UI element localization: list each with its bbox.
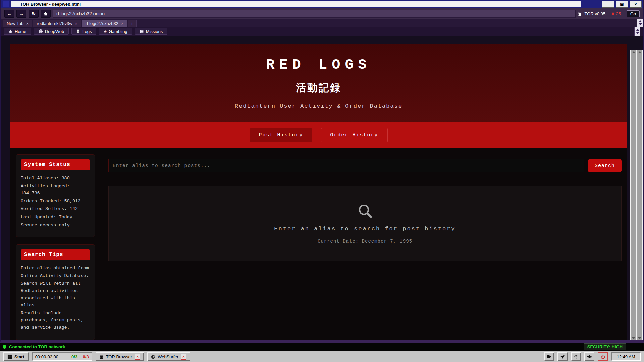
bookmark-gambling[interactable]: ♣ Gambling [99,28,132,35]
system-status-title: System Status [21,159,90,170]
divider [624,11,624,17]
wifi-tray-button[interactable] [571,352,581,361]
address-bar: ← → ↻ rl-logs27cxhzb32.onion TOR v0.95 2… [1,8,643,19]
power-tray-button[interactable] [598,352,608,361]
connection-status-text: Connected to TOR network [9,344,65,349]
window-icon [3,1,9,7]
stat-verified-sellers: Verified Sellers: 142 [21,205,90,213]
search-tips-panel: Search Tips Enter alias obtained from On… [16,244,95,340]
empty-state-message: Enter an alias to search for post histor… [274,226,455,232]
bookmark-logs[interactable]: Logs [71,28,96,35]
status-bar: Connected to TOR network SECURITY: HIGH [0,343,644,351]
document-icon [76,29,80,34]
tab-label: redlanternkf75v3w [37,21,72,26]
camera-tray-button[interactable] [544,352,554,361]
taskbar-app-websurfer[interactable]: WebSurfer × [147,352,190,361]
minimize-button[interactable]: _ [602,1,614,8]
bookmarks-bar: Home DeepWeb Logs ♣ Gambling Missions [1,27,643,36]
current-date: Current Date: December 7, 1995 [318,239,412,244]
history-nav: Post History Order History [10,122,627,148]
tor-version-badge: TOR v0.95 [585,11,606,16]
timer-range: 00:00-02:00 [35,354,58,359]
title-bar: TOR Browser - deepweb.html _ ▣ × [1,0,643,8]
bookmark-label: Missions [146,29,163,34]
tab-order-history[interactable]: Order History [321,128,388,142]
home-button[interactable] [41,10,51,18]
close-app-icon[interactable]: × [181,354,186,360]
new-tab-button[interactable]: + [128,20,137,27]
bookmark-deepweb[interactable]: DeepWeb [34,28,69,35]
navigation-tray-button[interactable] [557,352,568,361]
task-label: TOR Browser [106,354,132,359]
club-suit-icon: ♣ [104,29,107,34]
maximize-button[interactable]: ▣ [616,1,628,8]
page-title-japanese: 活動記録 [10,81,627,95]
blood-count: 25 [616,11,621,16]
connection-status-icon [3,345,6,349]
divider [608,11,608,17]
page-header: RED LOGS 活動記録 RedLantern User Activity &… [10,44,627,122]
volume-tray-button[interactable] [584,352,594,361]
bookmark-label: Logs [82,29,92,34]
page-title: RED LOGS [10,57,627,73]
search-tip: Enter alias obtained from Online Activit… [21,265,90,279]
forward-button[interactable]: → [16,10,26,18]
alias-search-input[interactable] [108,159,584,172]
start-button[interactable]: Start [3,352,29,361]
scroll-up-icon [632,51,635,53]
page-scrollbar[interactable] [631,50,636,340]
search-button[interactable]: Search [588,159,622,172]
checklist-icon [140,29,144,34]
scroll-up-icon [636,29,639,31]
tab-label: New Tab [7,21,23,26]
bookmark-missions[interactable]: Missions [135,28,168,35]
browser-scrollbar[interactable] [637,50,642,340]
session-timer: 00:00-02:00 0/3 | 0/3 [32,352,92,361]
tab-redlantern[interactable]: redlanternkf75v3w × [33,20,81,27]
scroll-down-icon [632,337,635,339]
cursor-arrow-icon [560,354,565,359]
refresh-button[interactable]: ↻ [29,10,39,18]
task-label: WebSurfer [158,354,178,359]
windows-logo-icon [7,354,12,359]
bookmark-home[interactable]: Home [4,28,31,35]
stat-orders-tracked: Orders Tracked: 58,912 [21,198,90,205]
tab-scroll-spinner[interactable] [637,19,643,27]
camera-icon [546,354,552,359]
tab-post-history[interactable]: Post History [250,128,312,142]
start-label: Start [14,354,24,359]
speaker-icon [587,354,592,359]
tab-close-icon[interactable]: × [75,21,77,26]
bookmarks-scroll-spinner[interactable] [634,27,640,36]
bookmark-label: Home [15,29,26,34]
bookmark-label: Gambling [109,29,127,34]
scroll-down-icon [638,337,641,339]
search-tips-title: Search Tips [21,249,90,260]
stat-last-updated: Last Updated: Today [21,214,90,221]
sidebar: System Status Total Aliases: 380 Activit… [16,154,95,340]
page-subtitle: RedLantern User Activity & Order Databas… [10,103,627,109]
security-badge: SECURITY: HIGH [584,343,626,350]
search-tip: Results include purchases, forum posts, … [21,310,90,331]
taskbar-app-tor-browser[interactable]: TOR Browser × [96,352,144,361]
close-button[interactable]: × [630,1,642,8]
url-input[interactable]: rl-logs27cxhzb32.onion [53,10,576,18]
timer-separator: | [79,354,80,359]
tab-rl-logs[interactable]: rl-logs27cxhzb32 × [82,20,127,27]
tab-new-tab[interactable]: New Tab × [3,20,32,27]
close-app-icon[interactable]: × [135,354,140,360]
scroll-up-icon [638,51,641,53]
back-button[interactable]: ← [4,10,14,18]
tor-castle-icon [99,355,104,359]
scrollbar-track [630,50,643,340]
go-button[interactable]: Go [627,10,640,17]
tab-close-icon[interactable]: × [121,21,123,26]
stat-total-aliases: Total Aliases: 380 [21,175,90,182]
results-panel: Enter an alias to search for post histor… [108,186,622,261]
tab-close-icon[interactable]: × [26,21,29,26]
bookmark-label: DeepWeb [45,29,64,34]
stat-activities-logged: Activities Logged: 184,736 [21,183,90,197]
main-content: Search Enter an alias to search for post… [108,154,622,340]
wifi-icon [573,354,579,359]
timer-bad-count: 0/3 [83,354,89,359]
